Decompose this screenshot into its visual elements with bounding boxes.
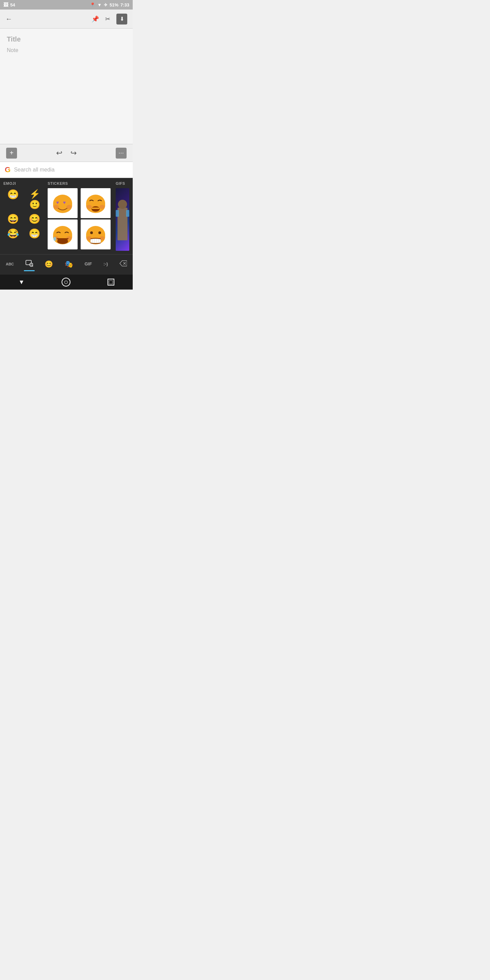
emoji-icon: 😊 [45,260,53,268]
stickers-label: STICKERS [48,181,112,185]
undo-button[interactable]: ↩ [56,149,62,158]
svg-point-23 [98,231,101,234]
svg-rect-29 [118,208,127,240]
add-button[interactable]: + [6,148,17,159]
emoji-item[interactable]: 😁 [3,188,23,211]
sticker-item[interactable] [81,220,111,250]
status-right: 📍 ▼ ✈ 51% 7:33 [90,2,129,8]
nav-bar: ▼ ○ □ [0,275,133,290]
svg-rect-11 [92,208,99,209]
location-icon: 📍 [90,2,95,8]
emoji-section: EMOJI 😁 ⚡🙂 😄 😊 😂 😁 [3,181,44,251]
emoticon-label: :-) [103,261,108,266]
svg-point-17 [53,237,56,241]
sticker-item[interactable] [48,220,78,250]
note-area[interactable]: Title Note [0,29,133,144]
status-left: 🖼 54 [3,2,15,8]
note-title-placeholder[interactable]: Title [7,35,126,43]
svg-point-30 [118,200,127,209]
toolbar: ← 📌 ✂ ⬇ [0,10,133,29]
sticker-grid: ♥ ♥ [48,188,112,250]
search-bar[interactable]: G Search all media [0,162,133,178]
svg-rect-31 [116,210,119,217]
gif-preview[interactable] [116,188,129,251]
keyboard-delete-button[interactable] [117,259,130,269]
more-icon: ⋯ [118,150,124,156]
pin-icon[interactable]: 📌 [92,15,99,23]
emoji-item[interactable]: 😂 [3,227,23,240]
more-button[interactable]: ⋯ [116,148,127,159]
scissors-icon[interactable]: ✂ [105,15,110,23]
action-bar-center: ↩ ↪ [56,149,76,158]
gif-label: GIF [84,261,92,266]
media-panel: EMOJI 😁 ⚡🙂 😄 😊 😂 😁 STICKERS [0,178,133,275]
keyboard-abc-button[interactable]: ABC [3,261,17,267]
svg-point-16 [57,239,68,244]
back-nav-icon[interactable]: ▼ [18,279,24,286]
delete-icon [119,260,127,268]
gifs-section: GIFS [112,181,129,251]
svg-point-22 [90,231,93,234]
toolbar-right: 📌 ✂ ⬇ [92,14,127,24]
svg-rect-24 [91,239,101,243]
search-input[interactable]: Search all media [14,167,128,173]
battery-status: 51% [110,2,118,8]
sticker-item[interactable] [81,188,111,218]
toolbar-left: ← [5,15,12,23]
keyboard-emoji-button[interactable]: 😊 [42,259,56,269]
emoji-item[interactable]: 😁 [25,227,44,240]
sticker-item[interactable]: ♥ ♥ [48,188,78,218]
download-button[interactable]: ⬇ [116,14,127,24]
clock: 7:33 [121,2,129,8]
keyboard-bottom-bar: ABC 😊 🎭 GIF :-) [0,254,133,275]
media-sections: EMOJI 😁 ⚡🙂 😄 😊 😂 😁 STICKERS [0,181,133,254]
emoji-grid: 😁 ⚡🙂 😄 😊 😂 😁 [3,188,44,240]
sticker-icon: 🎭 [65,260,73,268]
svg-point-8 [86,205,92,209]
keyboard-sticker-button[interactable]: 🎭 [62,259,76,269]
gifs-label: GIFS [116,181,129,185]
emoji-item[interactable]: ⚡🙂 [25,188,44,211]
add-icon: + [10,149,14,157]
google-logo: G [5,165,11,174]
wifi-icon: ▼ [97,2,102,8]
recents-nav-icon[interactable]: □ [108,279,115,285]
search-icon [25,259,33,269]
emoji-item[interactable]: 😊 [25,213,44,225]
svg-text:♥: ♥ [56,200,59,205]
svg-text:♥: ♥ [63,200,66,205]
emoji-label: EMOJI [3,181,44,185]
note-body-placeholder[interactable]: Note [7,47,126,53]
back-button[interactable]: ← [5,15,12,23]
svg-point-9 [99,205,105,209]
keyboard-search-button[interactable] [23,258,36,270]
airplane-icon: ✈ [104,2,108,8]
redo-button[interactable]: ↪ [70,149,76,158]
home-nav-icon[interactable]: ○ [62,278,70,286]
action-bar: + ↩ ↪ ⋯ [0,144,133,162]
status-bar: 🖼 54 📍 ▼ ✈ 51% 7:33 [0,0,133,10]
svg-rect-32 [126,210,129,217]
gallery-icon: 🖼 [3,2,8,8]
notification-count: 54 [10,2,15,8]
abc-label: ABC [6,262,14,266]
keyboard-gif-button[interactable]: GIF [82,260,95,268]
emoji-item[interactable]: 😄 [3,213,23,225]
stickers-section: STICKERS ♥ ♥ [44,181,112,251]
download-icon: ⬇ [120,16,124,22]
keyboard-emoticon-button[interactable]: :-) [101,260,111,268]
